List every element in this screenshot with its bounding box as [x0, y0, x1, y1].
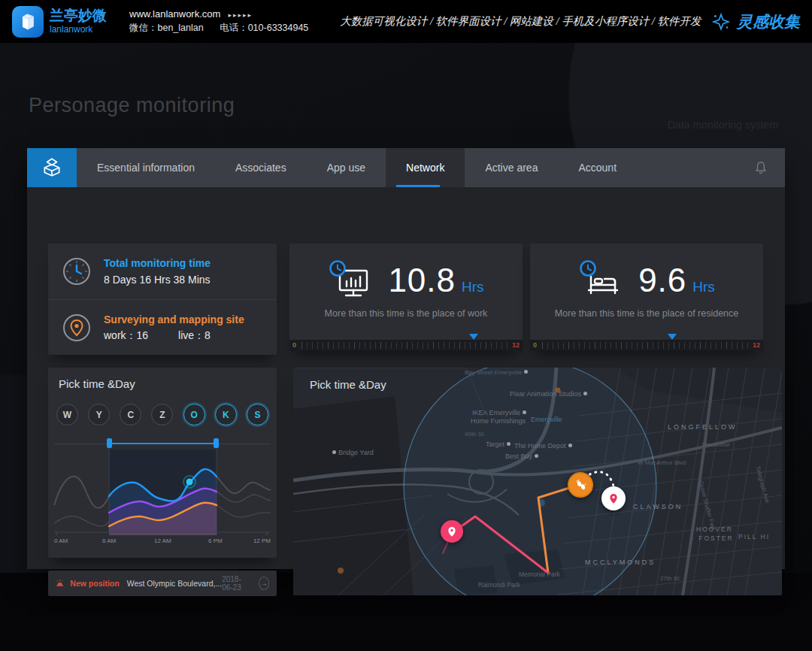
work-scale-ruler: 0 12 — [289, 340, 523, 351]
total-monitoring-row: Total monitoring time 8 Days 16 Hrs 38 M… — [48, 244, 277, 299]
notification-bell-button[interactable] — [753, 148, 768, 187]
highlight-point[interactable] — [186, 479, 193, 486]
range-handle-end[interactable] — [214, 438, 219, 448]
live-count: live：8 — [178, 329, 211, 341]
day-button-s[interactable]: S — [247, 404, 268, 425]
day-button-c[interactable]: C — [120, 404, 141, 425]
time-day-chart-card: Pick time &Day W Y C Z O K S — [48, 368, 277, 558]
services-tagline: 大数据可视化设计 / 软件界面设计 / 网站建设 / 手机及小程序设计 / 软件… — [340, 14, 701, 29]
tab-app-use[interactable]: App use — [307, 148, 386, 187]
position-detail-button[interactable]: → — [259, 577, 269, 590]
map-label-emeryville: Emeryville — [531, 416, 562, 423]
wechat-value: ben_lanlan — [158, 23, 204, 33]
residence-hours-unit: Hrs — [692, 279, 715, 301]
tab-essential-information[interactable]: Essential information — [77, 148, 215, 187]
wechat-label: 微信： — [129, 23, 158, 33]
map-canvas[interactable] — [293, 368, 782, 595]
work-hours-card: 10.8 Hrs More than this time is the plac… — [289, 244, 523, 351]
dashboard-panel: Essential information Associates App use… — [27, 148, 785, 569]
work-scale-marker[interactable] — [469, 334, 478, 340]
tab-associates[interactable]: Associates — [215, 148, 307, 187]
new-position-label: New position — [70, 579, 119, 588]
poi-glow-orange — [338, 568, 344, 574]
bell-icon — [753, 160, 768, 175]
map-label-clawson: CLAWSON — [633, 503, 683, 510]
residence-hours-card: 9.6 Hrs More than this time is the place… — [530, 244, 763, 351]
map-label-pill-hill: PILL HI — [738, 533, 770, 540]
day-button-k[interactable]: K — [215, 404, 237, 425]
brand-names: 兰亭妙微 lanlanwork — [50, 8, 107, 35]
tab-account[interactable]: Account — [558, 148, 637, 187]
top-header: 兰亭妙微 lanlanwork www.lanlanwork.com▸▸▸▸▸ … — [0, 0, 812, 43]
scale-max: 12 — [753, 341, 760, 349]
brand-name-zh: 兰亭妙微 — [50, 8, 107, 23]
residence-hours-caption: More than this time is the place of resi… — [530, 308, 763, 319]
header-contact: www.lanlanwork.com▸▸▸▸▸ 微信：ben_lanlan 电话… — [129, 9, 308, 33]
time-chart-title: Pick time &Day — [59, 377, 135, 390]
location-pin-icon — [60, 311, 93, 344]
context-line-right-3 — [217, 505, 271, 517]
visited-place-marker[interactable] — [441, 520, 463, 543]
map-label-longfellow: LONGFELLOW — [668, 423, 738, 431]
bed-clock-icon — [578, 260, 622, 301]
residence-scale-ruler: 0 12 — [530, 340, 763, 351]
brand-name-en: lanlanwork — [50, 25, 107, 35]
total-monitoring-value: 8 Days 16 Hrs 38 Mins — [104, 274, 211, 286]
map-label-ikea-2: Home Furnishings — [471, 417, 526, 425]
map-label-ikea-1: IKEA Emeryville — [472, 409, 526, 416]
tab-network[interactable]: Network — [386, 148, 465, 187]
x-tick-0am: 0 AM — [54, 537, 68, 544]
page-title: Personage monitoring — [29, 94, 235, 117]
map-label-home-depot: The Home Depot — [514, 442, 572, 450]
pin-icon — [607, 492, 620, 504]
module-tile-button[interactable] — [27, 148, 77, 187]
x-tick-12am: 12 AM — [154, 537, 171, 544]
current-position-marker[interactable] — [568, 472, 593, 498]
context-line-right-2 — [217, 492, 271, 502]
map-label-bridge-yard: Bridge Yard — [332, 449, 374, 456]
map-label-best-buy: Best Buy — [505, 453, 538, 460]
collect-banner[interactable]: 灵感收集 — [711, 11, 800, 32]
map-label-wmacarthur: W MacArthur Blvd — [638, 459, 686, 466]
map-label-bay-street: Bay Street Emeryville — [465, 369, 528, 376]
new-position-bar[interactable]: New position West Olympic Boulevard,... … — [48, 571, 277, 596]
map-label-foster: · FOSTER — [692, 534, 734, 542]
tab-active-area[interactable]: Active area — [465, 148, 558, 187]
page-watermark: Data monitoring system — [668, 119, 778, 131]
time-series-chart[interactable] — [48, 448, 277, 535]
day-button-y[interactable]: Y — [88, 404, 110, 425]
work-hours-value: 10.8 — [388, 262, 456, 299]
map-label-40th-st: 40th St — [465, 431, 483, 438]
residence-scale-marker[interactable] — [668, 334, 677, 340]
x-tick-6pm: 6 PM — [208, 537, 223, 544]
clock-icon — [60, 255, 93, 288]
collect-label: 灵感收集 — [737, 11, 800, 32]
panel-content: Total monitoring time 8 Days 16 Hrs 38 M… — [27, 187, 785, 569]
day-button-w[interactable]: W — [56, 404, 78, 425]
survey-site-row: Surveying and mapping site work：16 live：… — [48, 299, 277, 355]
map-label-raimondi-park: Raimondi Park — [478, 581, 520, 589]
range-handle-start[interactable] — [107, 438, 112, 448]
map-label-macarthur: MacArthur — [702, 441, 730, 448]
context-line-left-2 — [54, 516, 109, 526]
destination-marker[interactable] — [601, 486, 626, 510]
activity-map-card[interactable]: Pick time &Day — [293, 368, 782, 595]
position-address: West Olympic Boulevard,... — [127, 579, 222, 588]
map-dark-area — [293, 396, 414, 595]
day-button-z[interactable]: Z — [151, 404, 173, 425]
map-label-memorial-park: Memorial Park — [519, 571, 560, 578]
map-label-target: Target — [486, 441, 511, 448]
sparkle-icon — [711, 12, 731, 32]
pin-icon — [446, 525, 458, 537]
total-monitoring-title: Total monitoring time — [104, 257, 211, 269]
alarm-siren-icon — [56, 578, 64, 589]
position-date: 2018-06-23 — [222, 575, 251, 592]
app-root: 兰亭妙微 lanlanwork www.lanlanwork.com▸▸▸▸▸ … — [0, 0, 812, 651]
scale-min: 0 — [533, 341, 537, 349]
work-count: work：16 — [104, 329, 148, 341]
website-arrows: ▸▸▸▸▸ — [228, 11, 253, 19]
day-button-o[interactable]: O — [183, 404, 205, 425]
time-range-selected[interactable] — [109, 443, 217, 444]
phone-label: 电话： — [220, 23, 248, 33]
map-label-27th-st: 27th St — [660, 575, 679, 582]
